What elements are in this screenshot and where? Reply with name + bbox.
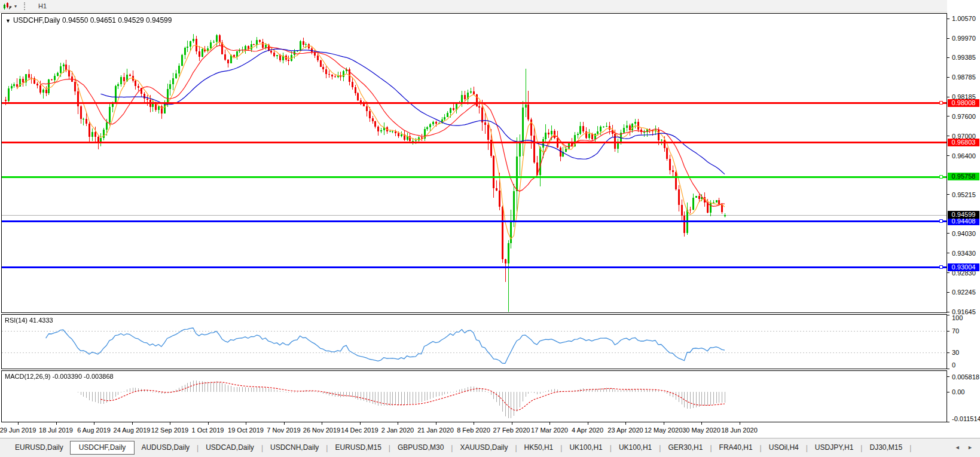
price-axis-tick: [947, 57, 950, 58]
rsi-canvas[interactable]: [2, 315, 947, 369]
date-axis-tick: [94, 422, 94, 425]
symbol-dropdown-icon[interactable]: ▼: [5, 18, 11, 24]
chart-tab[interactable]: EURUSD,M15: [328, 441, 387, 454]
chart-title-text: USDCHF,Daily 0.94550 0.94651 0.94529 0.9…: [13, 16, 172, 24]
rsi-axis-tick: [947, 369, 950, 369]
chart-cursor-icon[interactable]: [3, 2, 13, 10]
date-axis-tick: [360, 422, 361, 425]
macd-tick-label: -0.011514: [952, 415, 980, 422]
rsi-tick-label: 30: [952, 349, 959, 356]
date-axis-tick: [625, 422, 626, 425]
price-chart-canvas[interactable]: [2, 14, 947, 312]
date-tick-label: 18 Jun 2020: [711, 427, 768, 434]
macd-indicator-panel: MACD(12,26,9) -0.003390 -0.003868: [1, 370, 947, 422]
chart-tab-list: EURUSD,DailyUSDCHF,DailyAUDUSD,Daily|USD…: [8, 441, 912, 455]
level-price-label: 0.93004: [948, 263, 979, 271]
chart-tab[interactable]: XAUUSD,Daily: [453, 441, 514, 454]
chart-tab[interactable]: USDCNH,Daily: [264, 441, 325, 454]
rsi-axis-tick: [947, 315, 950, 315]
macd-tick-label: 0.005818: [952, 373, 979, 381]
chart-tab[interactable]: AUDUSD,Daily: [135, 441, 196, 454]
chart-tab[interactable]: EURUSD,Daily: [8, 441, 70, 454]
price-axis[interactable]: 1.005700.999700.993850.987850.981850.976…: [947, 0, 980, 438]
price-tick-label: 0.96400: [952, 152, 976, 160]
price-axis-tick: [947, 97, 950, 97]
rsi-axis-tick: [947, 331, 950, 332]
date-axis-tick: [170, 422, 170, 425]
level-price-label: 0.98008: [948, 99, 979, 107]
price-tick-label: 0.97600: [952, 113, 976, 120]
price-axis-tick: [947, 77, 950, 78]
tab-scroll-right-icon[interactable]: ►: [967, 444, 973, 450]
tab-scroll-arrows: ◄ ►: [949, 444, 973, 450]
date-axis-tick: [436, 422, 436, 425]
price-axis-tick: [947, 136, 950, 136]
chart-tab[interactable]: GER30,H1: [661, 441, 709, 454]
date-axis-tick: [18, 422, 19, 425]
chart-title: ▼USDCHF,Daily 0.94550 0.94651 0.94529 0.…: [5, 16, 172, 24]
macd-tick-label: 0.00: [952, 388, 964, 395]
price-axis-tick: [947, 272, 950, 273]
chart-tab[interactable]: USOil,H4: [762, 441, 805, 454]
macd-axis-tick: [947, 376, 950, 377]
price-axis-tick: [947, 38, 950, 39]
date-axis-tick: [246, 422, 246, 425]
price-axis-tick: [947, 155, 950, 156]
price-tick-label: 0.95215: [952, 191, 976, 198]
chart-tab[interactable]: UK100,H1: [563, 441, 609, 454]
chart-tab[interactable]: FRA40,H1: [713, 441, 759, 454]
price-tick-label: 0.94030: [952, 230, 976, 237]
date-axis-tick: [208, 422, 209, 425]
chart-tab[interactable]: UK100,H1: [612, 441, 658, 454]
date-axis-tick: [549, 422, 550, 425]
chart-tab-bar: EURUSD,DailyUSDCHF,DailyAUDUSD,Daily|USD…: [0, 438, 980, 457]
rsi-label: RSI(14) 41.4333: [5, 317, 53, 324]
date-axis-tick: [322, 422, 322, 425]
price-axis-tick: [947, 116, 950, 116]
date-axis-tick: [398, 422, 398, 425]
price-tick-label: 0.93430: [952, 250, 976, 257]
price-tick-label: 1.00570: [952, 15, 976, 22]
price-tick-label: 0.99970: [952, 35, 976, 42]
rsi-tick-label: 100: [952, 314, 963, 321]
chart-tab[interactable]: GBPUSD,M30: [391, 441, 450, 454]
chart-tab[interactable]: USDCAD,Daily: [199, 441, 261, 454]
date-axis-tick: [740, 422, 740, 425]
chart-tab[interactable]: USDCHF,Daily: [70, 441, 135, 455]
time-axis[interactable]: 29 Jun 201918 Jul 20196 Aug 201924 Aug 2…: [0, 422, 980, 438]
price-axis-tick: [947, 292, 950, 293]
toolbar-dropdown-icon[interactable]: ▾: [14, 4, 17, 9]
rsi-tick-label: 70: [952, 327, 959, 335]
rsi-tick-label: 0: [952, 361, 955, 369]
tab-separator: |: [909, 444, 912, 452]
date-axis-tick: [512, 422, 512, 425]
level-price-label: 0.95758: [948, 173, 979, 180]
tab-scroll-left-icon[interactable]: ◄: [955, 444, 960, 450]
price-chart-panel: ▼USDCHF,Daily 0.94550 0.94651 0.94529 0.…: [1, 13, 947, 313]
date-axis-tick: [132, 422, 133, 425]
price-tick-label: 0.98785: [952, 73, 976, 81]
macd-label: MACD(12,26,9) -0.003390 -0.003868: [5, 373, 114, 380]
chart-tab[interactable]: HK50,H1: [518, 441, 560, 454]
date-axis-tick: [474, 422, 474, 425]
price-tick-label: 0.99385: [952, 54, 976, 61]
macd-axis-tick: [947, 422, 950, 422]
price-axis-tick: [947, 19, 950, 19]
chart-tab[interactable]: DJ30,M15: [863, 441, 909, 454]
macd-axis-tick: [947, 392, 950, 392]
rsi-indicator-panel: RSI(14) 41.4333: [1, 314, 947, 369]
price-axis-tick: [947, 194, 950, 195]
date-axis-tick: [664, 422, 664, 425]
price-axis-tick: [947, 233, 950, 234]
chart-tab[interactable]: USDJPY,H1: [808, 441, 860, 454]
rsi-axis-tick: [947, 352, 950, 353]
date-axis-tick: [284, 422, 285, 425]
price-tick-label: 0.92245: [952, 289, 976, 296]
timeframe-button-h1[interactable]: H1: [33, 1, 56, 11]
toolbar-grip-handle[interactable]: [24, 2, 27, 10]
macd-canvas[interactable]: [2, 371, 947, 422]
date-axis-tick: [56, 422, 57, 425]
top-toolbar: ▾ M1M5M15M30H1H4D1W1MN: [0, 0, 980, 13]
date-axis-tick: [701, 422, 702, 425]
current-price-label: 0.94599: [948, 211, 979, 219]
